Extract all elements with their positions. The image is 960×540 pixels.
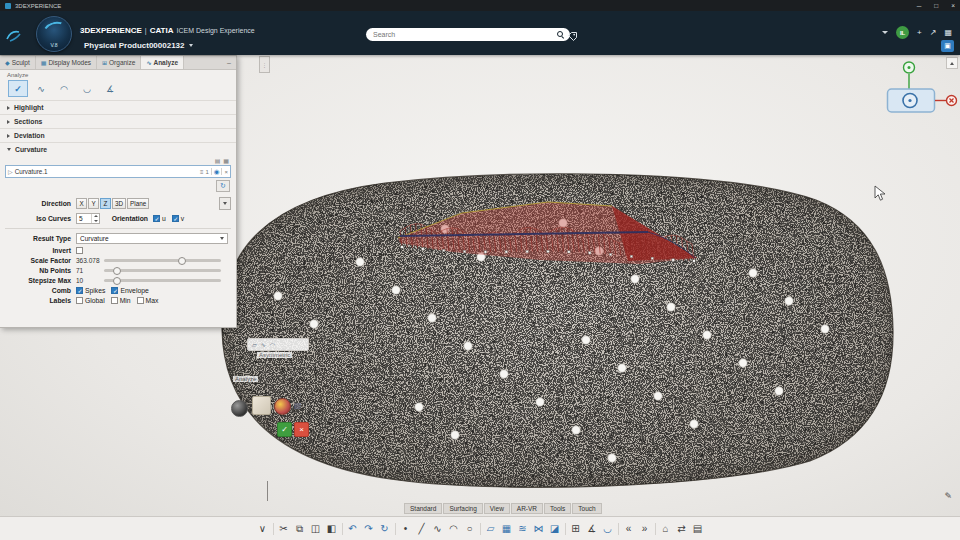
global-search[interactable] bbox=[366, 28, 570, 41]
grid-preview-icon[interactable]: ▦ bbox=[294, 401, 302, 410]
nb-points-slider[interactable] bbox=[104, 269, 221, 272]
slider-thumb[interactable] bbox=[113, 267, 121, 275]
share-icon[interactable]: ↗ bbox=[930, 29, 937, 37]
patch-icon[interactable]: ◪ bbox=[549, 522, 561, 536]
filter-icon[interactable]: ≡ bbox=[200, 169, 204, 175]
mesh-preview-icon[interactable] bbox=[252, 396, 271, 415]
tab-ar-vr[interactable]: AR-VR bbox=[511, 503, 543, 514]
tab-surfacing[interactable]: Surfacing bbox=[443, 503, 482, 514]
section-curvature[interactable]: Curvature bbox=[0, 142, 236, 156]
spin-down-icon[interactable] bbox=[94, 220, 98, 222]
direction-3d-button[interactable]: 3D bbox=[112, 198, 126, 209]
curvature-feature-row[interactable]: ▷ Curvature.1 ≡ 1 ◉ × bbox=[5, 165, 231, 178]
minimize-icon[interactable]: ─ bbox=[917, 2, 922, 9]
blend-icon[interactable]: ⋈ bbox=[533, 522, 545, 536]
ok-button[interactable]: ✓ bbox=[277, 422, 292, 437]
mini-plane-icon[interactable]: ▱ bbox=[252, 341, 257, 348]
spline-icon[interactable]: ∿ bbox=[432, 522, 444, 536]
close-icon[interactable]: × bbox=[951, 2, 955, 9]
tab-analyze[interactable]: ∿ Analyze bbox=[141, 56, 184, 69]
user-avatar[interactable]: IL bbox=[896, 26, 909, 39]
remove-feature-icon[interactable]: × bbox=[224, 169, 228, 175]
expand-viewport-button[interactable]: ▣ bbox=[941, 40, 954, 52]
direction-z-button[interactable]: Z bbox=[100, 198, 111, 209]
direction-x-button[interactable]: X bbox=[76, 198, 87, 209]
orientation-v-checkbox[interactable] bbox=[172, 215, 179, 222]
slider-thumb[interactable] bbox=[113, 277, 121, 285]
search-icon[interactable] bbox=[557, 31, 565, 39]
spikes-checkbox[interactable] bbox=[76, 287, 83, 294]
eye-icon[interactable]: ◉ bbox=[214, 168, 220, 176]
refresh-button[interactable]: ↻ bbox=[216, 180, 230, 192]
comb-analysis-icon[interactable]: ∿ bbox=[31, 80, 51, 97]
match-icon[interactable]: ⊞ bbox=[570, 522, 582, 536]
circle-icon[interactable]: ○ bbox=[464, 522, 476, 536]
tab-touch[interactable]: Touch bbox=[572, 503, 601, 514]
sketch-pencil-icon[interactable]: ✎ bbox=[944, 491, 952, 501]
direction-more-button[interactable] bbox=[219, 197, 231, 210]
layers-icon[interactable]: ▤ bbox=[215, 157, 221, 164]
maximize-icon[interactable]: □ bbox=[934, 2, 938, 9]
toolbar-overflow-icon[interactable]: ∨ bbox=[257, 522, 269, 536]
spin-up-icon[interactable] bbox=[94, 215, 98, 217]
surface-icon[interactable]: ▦ bbox=[501, 522, 513, 536]
mini-curve-icon[interactable]: ∿ bbox=[261, 341, 266, 348]
cut-icon[interactable]: ✂ bbox=[278, 522, 290, 536]
curvature-check-icon[interactable]: ✓ bbox=[8, 80, 28, 97]
play-icon[interactable]: ▷ bbox=[8, 168, 13, 175]
envelope-checkbox[interactable] bbox=[111, 287, 118, 294]
tab-organize[interactable]: ⊞ Organize bbox=[97, 56, 141, 69]
tab-view[interactable]: View bbox=[484, 503, 510, 514]
apps-icon[interactable]: ▦ bbox=[944, 29, 952, 37]
tree-handle[interactable]: ⋮ bbox=[259, 56, 270, 73]
section-analysis-icon[interactable]: ◠ bbox=[54, 80, 74, 97]
document-title-group[interactable]: Physical Product00002132 bbox=[84, 41, 193, 50]
line-icon[interactable]: ╱ bbox=[416, 522, 428, 536]
max-checkbox[interactable] bbox=[137, 297, 144, 304]
format-paint-icon[interactable]: ◧ bbox=[326, 522, 338, 536]
orientation-u-checkbox[interactable] bbox=[153, 215, 160, 222]
direction-plane-button[interactable]: Plane bbox=[127, 198, 149, 209]
add-icon[interactable]: + bbox=[917, 29, 922, 37]
result-type-select[interactable]: Curvature bbox=[76, 233, 228, 244]
sphere-preview-icon[interactable] bbox=[231, 400, 248, 417]
section-deviation[interactable]: Deviation bbox=[0, 128, 236, 142]
tag-icon[interactable] bbox=[567, 28, 578, 46]
tab-sculpt[interactable]: ◆ Sculpt bbox=[0, 56, 36, 69]
comb-analysis-icon[interactable]: ◡ bbox=[602, 522, 614, 536]
section-sections[interactable]: Sections bbox=[0, 114, 236, 128]
scale-factor-slider[interactable] bbox=[104, 259, 221, 262]
compass-badge[interactable]: V.8 bbox=[36, 16, 72, 52]
list-icon[interactable]: ▤ bbox=[692, 522, 704, 536]
draft-analysis-icon[interactable]: ∡ bbox=[100, 80, 120, 97]
shaded-analysis-icon[interactable] bbox=[274, 398, 291, 415]
rewind-icon[interactable]: « bbox=[623, 522, 635, 536]
global-checkbox[interactable] bbox=[76, 297, 83, 304]
viewport-corner-button[interactable] bbox=[946, 57, 958, 69]
slider-thumb[interactable] bbox=[178, 257, 186, 265]
arc-icon[interactable]: ◠ bbox=[448, 522, 460, 536]
point-icon[interactable]: • bbox=[400, 522, 412, 536]
paste-icon[interactable]: ◫ bbox=[310, 522, 322, 536]
grid-icon[interactable]: ▦ bbox=[223, 157, 229, 164]
redo-icon[interactable]: ↷ bbox=[363, 522, 375, 536]
section-highlight[interactable]: Highlight bbox=[0, 100, 236, 114]
chevron-down-icon[interactable] bbox=[882, 31, 888, 34]
tab-tools[interactable]: Tools bbox=[544, 503, 571, 514]
mini-arc-icon[interactable]: ◠ bbox=[270, 341, 275, 348]
distance-analysis-icon[interactable]: ◡ bbox=[77, 80, 97, 97]
refresh-icon[interactable]: ↻ bbox=[379, 522, 391, 536]
stepsize-slider[interactable] bbox=[104, 279, 221, 282]
direction-y-button[interactable]: Y bbox=[88, 198, 99, 209]
tab-display-modes[interactable]: ▦ Display Modes bbox=[36, 56, 97, 69]
draft-analysis-icon[interactable]: ∡ bbox=[586, 522, 598, 536]
plane-icon[interactable]: ▱ bbox=[485, 522, 497, 536]
iso-curves-stepper[interactable]: 5 bbox=[76, 213, 100, 224]
home-icon[interactable]: ⌂ bbox=[660, 522, 672, 536]
min-checkbox[interactable] bbox=[111, 297, 118, 304]
swap-view-icon[interactable]: ⇄ bbox=[676, 522, 688, 536]
copy-icon[interactable]: ⧉ bbox=[294, 522, 306, 536]
context-mini-toolbar[interactable]: ▱ ∿ ◠ bbox=[247, 338, 309, 351]
undo-icon[interactable]: ↶ bbox=[347, 522, 359, 536]
loft-icon[interactable]: ≋ bbox=[517, 522, 529, 536]
